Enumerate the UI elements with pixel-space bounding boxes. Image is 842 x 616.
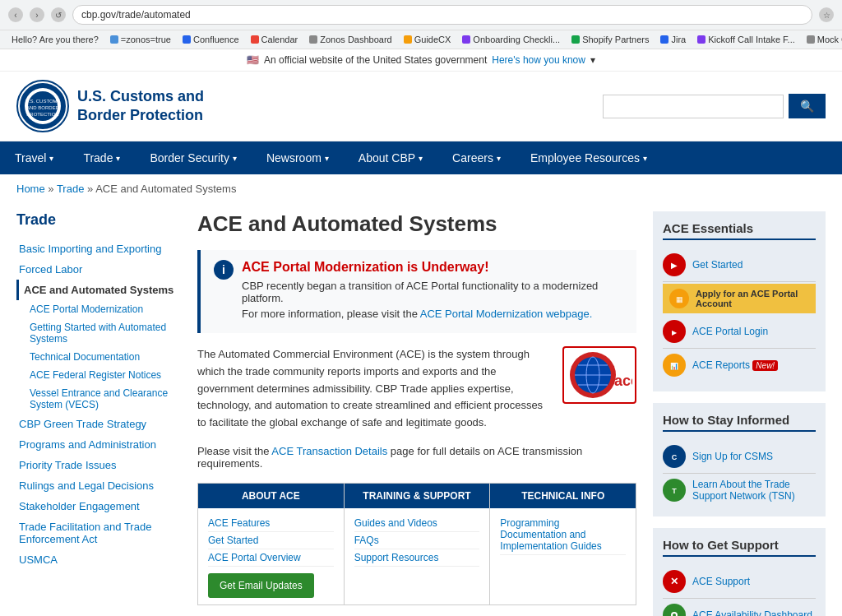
how-to-know-link[interactable]: Here's how you know	[492, 54, 585, 66]
sidebar-getting-started[interactable]: Getting Started with Automated Systems	[16, 318, 181, 348]
tsn-item[interactable]: T Learn About the Trade Support Network …	[663, 474, 816, 507]
svg-text:PROTECTION: PROTECTION	[26, 112, 58, 117]
ace-portal-login-item[interactable]: ▶ ACE Portal Login	[663, 315, 816, 349]
bookmark-zonos-dash[interactable]: Zonos Dashboard	[306, 33, 395, 46]
official-banner: 🇺🇸 An official website of the United Sta…	[0, 49, 842, 72]
bookmark-button[interactable]: ☆	[819, 7, 834, 22]
bookmark-shopify[interactable]: Shopify Partners	[568, 33, 652, 46]
sidebar-forced-labor[interactable]: Forced Labor	[16, 259, 181, 280]
technical-info-col: TECHNICAL INFO Programming Documentation…	[490, 484, 636, 604]
ace-support-item[interactable]: ✕ ACE Support	[663, 565, 816, 599]
faqs-link[interactable]: FAQs	[354, 532, 480, 549]
svg-text:ace: ace	[614, 373, 632, 389]
left-sidebar: Trade Basic Importing and Exporting Forc…	[16, 203, 181, 616]
search-area: 🔍	[603, 94, 826, 118]
stay-informed-section: How to Stay Informed C Sign Up for CSMS …	[653, 403, 826, 516]
sidebar-basic-importing[interactable]: Basic Importing and Exporting	[16, 239, 181, 259]
ace-support-label[interactable]: ACE Support	[692, 576, 750, 587]
nav-about-cbp[interactable]: About CBP ▾	[344, 141, 437, 174]
sidebar-technical-doc[interactable]: Technical Documentation	[16, 348, 181, 366]
availability-dashboard-item[interactable]: ACE Availability Dashboard	[663, 599, 816, 616]
info-icon: i	[214, 260, 234, 280]
ace-features-link[interactable]: ACE Features	[208, 515, 334, 532]
travel-arrow: ▾	[49, 154, 53, 163]
main-content: ACE and Automated Systems i ACE Portal M…	[197, 203, 636, 616]
info-columns: ABOUT ACE ACE Features Get Started ACE P…	[197, 483, 636, 605]
address-bar[interactable]: cbp.gov/trade/automated	[72, 5, 812, 25]
csms-signup-label[interactable]: Sign Up for CSMS	[692, 451, 773, 462]
new-badge: New!	[752, 360, 778, 371]
breadcrumb-trade[interactable]: Trade	[57, 183, 84, 195]
breadcrumb-current: ACE and Automated Systems	[95, 183, 236, 195]
support-resources-link[interactable]: Support Resources	[354, 549, 480, 567]
sidebar-green-trade[interactable]: CBP Green Trade Strategy	[16, 414, 181, 434]
main-nav: Travel ▾ Trade ▾ Border Security ▾ Newsr…	[0, 141, 842, 174]
bookmark-calendar[interactable]: Calendar	[248, 33, 302, 46]
nav-newsroom[interactable]: Newsroom ▾	[252, 141, 344, 174]
breadcrumb: Home » Trade » ACE and Automated Systems	[0, 174, 842, 203]
bookmark-zonos[interactable]: =zonos=true	[107, 33, 174, 46]
ace-reports-icon: 📊	[663, 354, 686, 377]
portal-login-label[interactable]: ACE Portal Login	[692, 326, 768, 337]
search-input[interactable]	[603, 95, 784, 118]
right-sidebar: ACE Essentials ▶ Get Started ▦ Apply for…	[653, 203, 826, 616]
banner-text: An official website of the United States…	[264, 54, 487, 66]
nav-travel[interactable]: Travel ▾	[0, 141, 68, 174]
alert-text1: CBP recently began a transition of ACE P…	[242, 280, 623, 304]
apply-portal-item[interactable]: ▦ Apply for an ACE Portal Account	[663, 284, 816, 313]
bookmark-onboarding[interactable]: Onboarding Checkli...	[459, 33, 563, 46]
sidebar-trade-facilitation[interactable]: Trade Facilitation and Trade Enforcement…	[16, 516, 181, 549]
get-started-label[interactable]: Get Started	[692, 259, 743, 271]
nav-employee-resources[interactable]: Employee Resources ▾	[516, 141, 662, 174]
csms-signup-item[interactable]: C Sign Up for CSMS	[663, 440, 816, 474]
apply-label[interactable]: Apply for an ACE Portal Account	[696, 289, 809, 308]
ace-reports-item[interactable]: 📊 ACE Reports New!	[663, 349, 816, 382]
get-started-link[interactable]: Get Started	[208, 532, 334, 549]
reload-button[interactable]: ↺	[51, 7, 66, 22]
bookmark-guidecx[interactable]: GuideCX	[400, 33, 455, 46]
sidebar-ace-federal[interactable]: ACE Federal Register Notices	[16, 366, 181, 384]
browser-chrome: ‹ › ↺ cbp.gov/trade/automated ☆	[0, 0, 842, 30]
search-button[interactable]: 🔍	[789, 94, 826, 118]
nav-careers[interactable]: Careers ▾	[437, 141, 516, 174]
training-support-col: TRAINING & SUPPORT Guides and Videos FAQ…	[345, 484, 491, 604]
forward-button[interactable]: ›	[30, 7, 44, 22]
breadcrumb-home[interactable]: Home	[16, 183, 45, 195]
guides-videos-link[interactable]: Guides and Videos	[354, 515, 480, 532]
nav-trade[interactable]: Trade ▾	[68, 141, 135, 174]
trade-arrow: ▾	[116, 154, 120, 163]
svg-text:T: T	[672, 487, 677, 495]
sidebar-programs[interactable]: Programs and Administration	[16, 434, 181, 455]
sidebar-title: Trade	[16, 211, 181, 229]
availability-label[interactable]: ACE Availability Dashboard	[692, 609, 812, 616]
bookmark-jira[interactable]: Jira	[657, 33, 689, 46]
bookmark-mock[interactable]: Mock Checkout	[803, 33, 842, 46]
sidebar-usmca[interactable]: USMCA	[16, 549, 181, 570]
sidebar-stakeholder[interactable]: Stakeholder Engagement	[16, 496, 181, 516]
sidebar-ace-portal-modernization[interactable]: ACE Portal Modernization	[16, 300, 181, 318]
get-support-section: How to Get Support ✕ ACE Support ACE Ava…	[653, 528, 826, 616]
nav-border-security[interactable]: Border Security ▾	[135, 141, 251, 174]
programming-doc-link[interactable]: Programming Documentation and Implementa…	[500, 515, 626, 555]
portal-login-icon: ▶	[663, 320, 686, 343]
alert-text2: For more information, please visit the A…	[242, 308, 623, 320]
bookmark-kickoff[interactable]: Kickoff Call Intake F...	[694, 33, 798, 46]
get-started-item[interactable]: ▶ Get Started	[663, 248, 816, 282]
sidebar-priority-trade[interactable]: Priority Trade Issues	[16, 455, 181, 475]
ace-portal-overview-link[interactable]: ACE Portal Overview	[208, 549, 334, 567]
alert-link[interactable]: ACE Portal Modernization webpage.	[420, 308, 593, 320]
csms-icon: C	[663, 445, 686, 468]
sidebar-rulings[interactable]: Rulings and Legal Decisions	[16, 475, 181, 496]
get-email-updates-button[interactable]: Get Email Updates	[208, 573, 314, 598]
ace-reports-label[interactable]: ACE Reports New!	[692, 359, 778, 371]
bookmark-hello[interactable]: Hello? Are you there?	[8, 33, 102, 46]
sidebar-vecs[interactable]: Vessel Entrance and Clearance System (VE…	[16, 384, 181, 414]
tsn-label[interactable]: Learn About the Trade Support Network (T…	[692, 479, 816, 502]
bookmark-confluence[interactable]: Confluence	[179, 33, 243, 46]
back-button[interactable]: ‹	[8, 7, 23, 22]
alert-title: ACE Portal Modernization is Underway!	[242, 260, 623, 275]
sidebar-ace[interactable]: ACE and Automated Systems	[16, 280, 181, 300]
ace-details-text: Please visit the ACE Transaction Details…	[197, 445, 636, 470]
dropdown-arrow: ▾	[590, 54, 595, 66]
ace-transaction-link[interactable]: ACE Transaction Details	[271, 445, 387, 457]
